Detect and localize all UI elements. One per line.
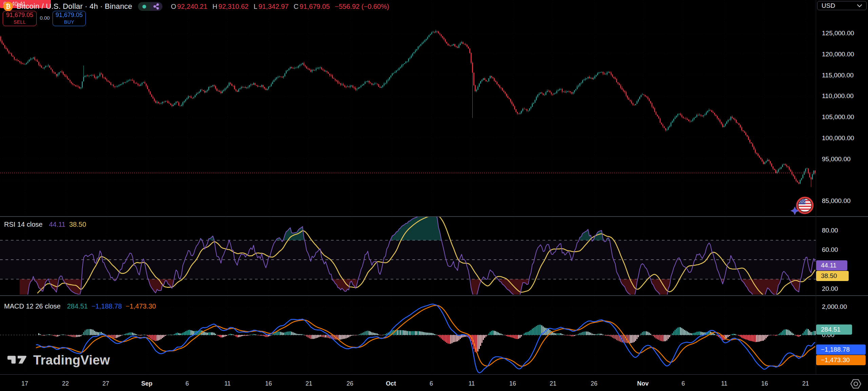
rsi-line-tag: 44.11	[816, 260, 847, 271]
market-status-dot-icon	[142, 5, 146, 8]
price-axis-label: 120,000.00	[816, 51, 868, 58]
time-axis[interactable]	[0, 375, 868, 391]
market-status-pill[interactable]	[138, 2, 162, 11]
price-axis-label: 100,000.00	[816, 134, 868, 142]
time-axis-settings-button[interactable]	[850, 378, 861, 391]
open-value: 92,240.21	[177, 3, 208, 11]
symbol-header: ₿ Bitcoin / U.S. Dollar · 4h · Binance O…	[3, 1, 389, 12]
main-rsi-separator[interactable]	[0, 216, 868, 217]
gear-icon	[850, 378, 861, 389]
buy-label: BUY	[64, 20, 74, 25]
rsi-macd-separator[interactable]	[0, 295, 868, 296]
low-label: L	[254, 3, 257, 11]
spread-value: 0.00	[38, 15, 52, 21]
bitcoin-logo-icon: ₿	[3, 2, 13, 11]
price-axis-label: 110,000.00	[816, 92, 868, 100]
price-axis-label: 105,000.00	[816, 113, 868, 121]
rsi-ma-tag: 38.50	[816, 271, 849, 281]
price-axis-label: 125,000.00	[816, 30, 868, 37]
macd-legend[interactable]: MACD 12 26 close 284.51 −1,188.78 −1,473…	[4, 302, 156, 310]
high-label: H	[213, 3, 217, 11]
rsi-axis-label: 20.00	[816, 285, 868, 293]
rsi-legend[interactable]: RSI 14 close 44.11 38.50	[4, 221, 86, 228]
time-tick: 17	[21, 380, 28, 387]
close-value: 91,679.05	[300, 3, 330, 11]
rsi-axis-label: 60.00	[816, 246, 868, 254]
high-value: 92,310.62	[218, 3, 249, 11]
time-tick: 26	[591, 380, 597, 387]
currency-selector[interactable]: USD	[817, 1, 867, 10]
time-tick: 11	[224, 380, 231, 387]
macd-title: MACD 12 26 close	[4, 302, 61, 310]
macd-line-tag: −1,188.78	[816, 345, 866, 355]
low-value: 91,342.97	[258, 3, 289, 11]
close-label: C	[294, 3, 298, 11]
tradingview-logo-icon	[7, 352, 28, 369]
sell-button[interactable]: 91,679.05 SELL	[3, 11, 37, 26]
rsi-line-value: 44.11	[49, 221, 65, 228]
macd-signal-value: −1,473.30	[125, 302, 156, 310]
time-tick: 21	[305, 380, 312, 387]
currency-selector-value: USD	[822, 2, 835, 10]
time-tick: 27	[102, 380, 109, 387]
time-tick-month: Nov	[637, 380, 649, 387]
symbol-title[interactable]: Bitcoin / U.S. Dollar · 4h · Binance	[17, 2, 132, 11]
open-label: O	[171, 3, 176, 11]
main-chart[interactable]	[0, 0, 868, 391]
change-value: −556.92 (−0.60%)	[335, 3, 389, 11]
time-tick-month: Sep	[141, 380, 152, 387]
time-tick: 11	[469, 380, 475, 387]
macd-hist-tag: 284.51	[816, 324, 852, 335]
macd-signal-tag: −1,473.30	[816, 355, 866, 365]
macd-axis-label: 2,000.00	[816, 303, 868, 311]
tradingview-logo-text: TradingView	[33, 353, 110, 368]
time-tick: 11	[721, 380, 728, 387]
time-tick: 21	[802, 380, 809, 387]
price-axis-label: 95,000.00	[816, 155, 868, 163]
ohlc-readout: O92,240.21 H92,310.62 L91,342.97 C91,679…	[171, 3, 389, 11]
rsi-ma-value: 38.50	[69, 221, 86, 228]
time-tick: 26	[347, 380, 353, 387]
share-icon	[153, 3, 160, 10]
time-tick: 16	[265, 380, 272, 387]
rsi-title: RSI 14 close	[4, 221, 42, 228]
time-tick: 6	[430, 380, 433, 387]
share-segment[interactable]	[150, 2, 162, 11]
time-tick: 6	[682, 380, 685, 387]
time-tick: 16	[509, 380, 516, 387]
price-axis-label: 115,000.00	[816, 72, 868, 79]
time-tick: 6	[185, 380, 189, 387]
buy-button[interactable]: 91,679.05 BUY	[53, 11, 86, 26]
market-open-indicator	[138, 2, 150, 11]
tradingview-logo[interactable]: TradingView	[7, 352, 110, 369]
chevron-down-icon	[857, 4, 862, 7]
buy-price: 91,679.05	[56, 12, 83, 19]
macd-line-value: −1,188.78	[92, 302, 122, 310]
rsi-axis-label: 80.00	[816, 227, 868, 234]
time-tick: 21	[550, 380, 556, 387]
sell-price: 91,679.05	[6, 12, 33, 19]
time-tick: 22	[62, 380, 69, 387]
sell-label: SELL	[14, 20, 26, 25]
us-flag-sticker-icon[interactable]	[790, 196, 818, 218]
macd-hist-value: 284.51	[67, 302, 88, 310]
tradingview-chart-window: ₿ Bitcoin / U.S. Dollar · 4h · Binance O…	[0, 0, 868, 391]
time-tick-month: Oct	[386, 380, 396, 387]
time-tick: 16	[761, 380, 768, 387]
price-axis-label: 85,000.00	[816, 197, 868, 205]
